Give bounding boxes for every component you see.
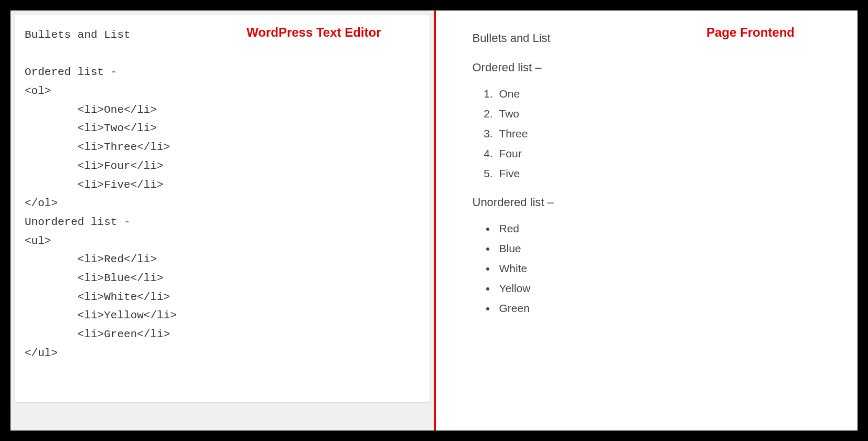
list-item: Five [496,167,821,180]
list-item: White [496,262,821,275]
list-item: Blue [496,242,821,255]
frontend-label: Page Frontend [706,25,795,40]
editor-label: WordPress Text Editor [247,25,381,40]
frontend-panel: Page Frontend Bullets and List Ordered l… [434,10,858,431]
unordered-list-label: Unordered list – [473,196,821,209]
list-item: One [496,88,821,100]
text-editor-textarea[interactable]: Bullets and List Ordered list - <ol> <li… [15,15,430,403]
list-item: Yellow [496,282,821,295]
list-item: Three [496,127,821,140]
editor-panel: WordPress Text Editor Bullets and List O… [10,10,434,431]
unordered-list: Red Blue White Yellow Green [496,222,821,315]
comparison-container: WordPress Text Editor Bullets and List O… [10,10,858,431]
list-item: Four [496,147,821,160]
ordered-list: One Two Three Four Five [496,88,821,180]
list-item: Green [496,302,821,315]
list-item: Two [496,107,821,120]
list-item: Red [496,222,821,235]
ordered-list-label: Ordered list – [473,61,821,74]
